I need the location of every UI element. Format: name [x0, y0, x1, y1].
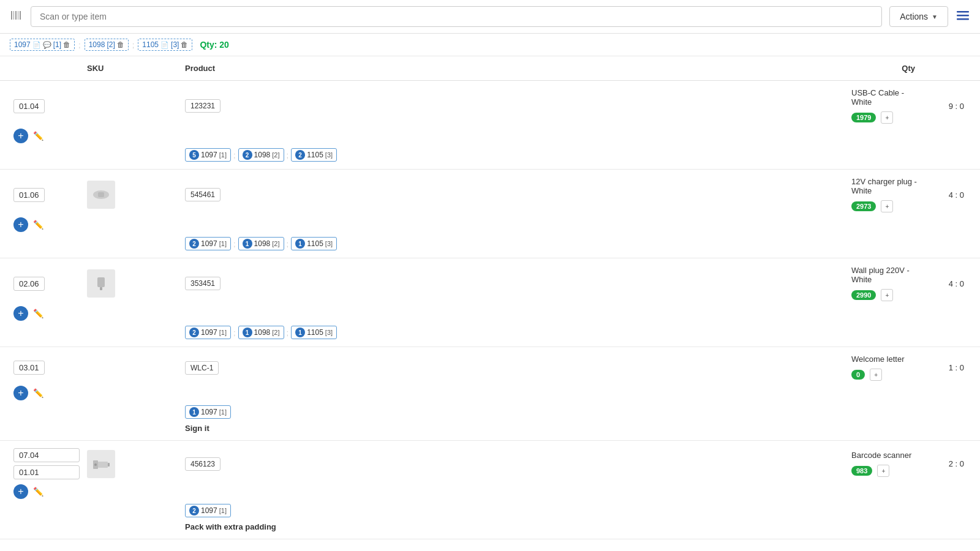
order-tag-1097-row4[interactable]: 1 1097 [1]: [185, 405, 231, 419]
order-count-badge: 1: [189, 407, 199, 417]
order-bracket: [1]: [219, 329, 227, 336]
product-name-5: Barcode scanner: [851, 451, 911, 460]
order-tag-1105-row2[interactable]: 1 1105 [3]: [291, 237, 337, 250]
header-actions: [921, 61, 970, 75]
qty-label: Qty: 20: [200, 40, 228, 50]
product-name-2: 12V charger plug - White: [851, 177, 918, 195]
svg-rect-14: [108, 463, 110, 467]
order-bracket: [3]: [325, 151, 333, 159]
delete-icon-1105[interactable]: 🗑: [181, 40, 188, 49]
order-id: 1098: [254, 328, 271, 337]
add-button-4[interactable]: +: [13, 386, 28, 400]
location-cell-3: 02.06: [10, 274, 83, 293]
product-cell-4: Welcome letter 0 +: [848, 352, 921, 383]
order-id: 1097: [201, 151, 217, 159]
edit-button-3[interactable]: ✏️: [33, 309, 43, 318]
order-bracket: [2]: [272, 151, 279, 159]
order-bracket: [1]: [219, 507, 227, 514]
actions-button[interactable]: Actions ▼: [889, 6, 948, 27]
tag-sep2: ;: [287, 239, 289, 249]
order-id: 1098: [254, 239, 271, 248]
svg-rect-13: [98, 462, 108, 468]
info-icon-4[interactable]: +: [870, 369, 882, 381]
order-tag-1098-row3[interactable]: 1 1098 [2]: [238, 326, 284, 339]
sku-badge-2: 545461: [185, 188, 221, 201]
sku-cell-4: WLC-1: [181, 359, 848, 377]
filter-tag-1097-link[interactable]: 1097: [14, 40, 31, 49]
order-bracket: [2]: [272, 329, 279, 336]
order-tag-1097-row5[interactable]: 2 1097 [1]: [185, 504, 231, 517]
order-id: 1097: [201, 506, 217, 515]
info-icon-3[interactable]: +: [881, 289, 893, 301]
svg-point-15: [94, 463, 97, 466]
location-badge-5-bottom: 01.01: [13, 465, 80, 479]
scan-input[interactable]: [31, 6, 882, 27]
product-code-2: 2973: [851, 201, 876, 211]
filter-tag-1105-count: [3]: [171, 40, 179, 49]
filter-tag-1105-link[interactable]: 1105: [142, 40, 159, 49]
order-id: 1105: [307, 151, 323, 159]
order-count-badge: 2: [189, 239, 199, 249]
actions-label: Actions: [900, 12, 928, 21]
order-id: 1098: [254, 151, 271, 159]
delete-icon[interactable]: 🗑: [63, 40, 70, 49]
order-count-badge: 2: [189, 328, 199, 337]
qty-cell-4: 1 : 0: [921, 361, 970, 375]
filter-tag-1105[interactable]: 1105 📄 [3] 🗑: [138, 39, 192, 51]
add-button-3[interactable]: +: [13, 306, 28, 321]
table-header: SKU Product Qty: [0, 56, 980, 81]
filter-tag-1098-link[interactable]: 1098: [89, 40, 105, 49]
info-icon-1[interactable]: +: [881, 111, 893, 124]
location-badge-2: 01.06: [13, 188, 45, 202]
add-button-2[interactable]: +: [13, 217, 28, 232]
tag-sep2: ;: [287, 151, 289, 160]
svg-rect-2: [15, 11, 17, 20]
product-name-1: USB-C Cable - White: [851, 88, 918, 107]
product-cell-5: Barcode scanner 983 +: [848, 448, 921, 479]
order-tag-1105-row3[interactable]: 1 1105 [3]: [291, 326, 337, 339]
delete-icon-1098[interactable]: 🗑: [117, 40, 124, 49]
filter-tag-1098[interactable]: 1098 [2] 🗑: [85, 39, 129, 51]
info-icon-5[interactable]: +: [877, 465, 889, 477]
order-id: 1105: [307, 328, 323, 337]
qty-cell-3: 4 : 0: [921, 277, 970, 291]
filter-tag-1097[interactable]: 1097 📄 💬 [1] 🗑: [10, 39, 75, 51]
add-button-1[interactable]: +: [13, 129, 28, 143]
barcode-icon: [10, 9, 23, 25]
add-button-5[interactable]: +: [13, 484, 28, 499]
order-tag-1098-row1[interactable]: 2 1098 [2]: [238, 148, 284, 162]
order-tag-1098-row2[interactable]: 1 1098 [2]: [238, 237, 284, 250]
top-bar: Actions ▼: [0, 0, 980, 34]
svg-rect-6: [957, 15, 969, 17]
order-count-badge: 5: [189, 150, 199, 160]
edit-button-2[interactable]: ✏️: [33, 220, 43, 230]
product-image-5: [87, 450, 115, 478]
product-row-1: 01.04 123231 USB-C Cable - White 1979 + …: [0, 81, 980, 170]
product-row-2: 01.06 545461 12V charger plug - White 29…: [0, 170, 980, 258]
product-image-2: [87, 181, 115, 209]
edit-button-5[interactable]: ✏️: [33, 487, 43, 497]
image-cell-4: [83, 365, 181, 370]
product-image-3: [87, 269, 115, 298]
product-code-5: 983: [851, 466, 872, 476]
order-tag-1105-row1[interactable]: 2 1105 [3]: [291, 148, 337, 162]
image-cell-5: [83, 448, 181, 481]
hamburger-icon[interactable]: [956, 8, 970, 26]
qty-cell-2: 4 : 0: [921, 188, 970, 202]
order-tag-1097-row2[interactable]: 2 1097 [1]: [185, 237, 231, 250]
edit-button-4[interactable]: ✏️: [33, 388, 43, 398]
info-icon-2[interactable]: +: [881, 200, 893, 212]
header-product: Product: [181, 61, 848, 75]
separator: ;: [78, 40, 81, 50]
order-id: 1105: [307, 239, 323, 248]
order-id: 1097: [201, 239, 217, 248]
action-cell-2: + ✏️: [10, 215, 83, 234]
svg-rect-11: [100, 287, 102, 290]
action-cell-5: + ✏️: [10, 482, 83, 501]
edit-button-1[interactable]: ✏️: [33, 131, 43, 141]
location-badge-4: 03.01: [13, 361, 45, 375]
order-tag-1097-row3[interactable]: 2 1097 [1]: [185, 326, 231, 339]
order-tags-row-1: 5 1097 [1] ; 2 1098 [2] ; 2 1105 [3]: [10, 146, 970, 164]
order-bracket: [1]: [219, 408, 227, 416]
order-tag-1097-row1[interactable]: 5 1097 [1]: [185, 148, 231, 162]
